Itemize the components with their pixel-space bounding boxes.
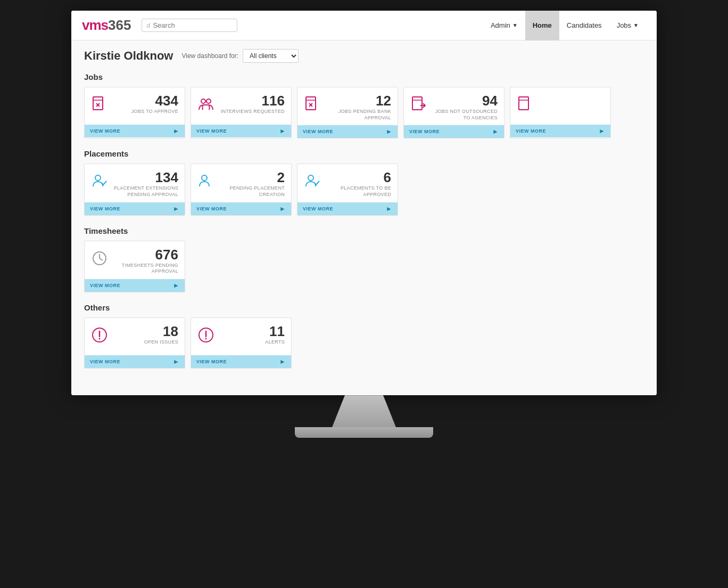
timesheets-pending-label: TIMESHEETS PENDING APPROVAL (113, 263, 178, 275)
card-timesheets-pending: 676 TIMESHEETS PENDING APPROVAL VIEW MOR… (84, 241, 185, 292)
timesheets-pending-number: 676 (113, 248, 178, 262)
doc-x-icon (91, 96, 108, 115)
person-check-icon-2 (304, 173, 321, 192)
open-issues-view-more[interactable]: VIEW MORE ► (85, 355, 185, 368)
svg-point-26 (205, 338, 207, 340)
user-name: Kirstie Oldknow (84, 49, 173, 63)
doc-blank-icon (517, 96, 534, 115)
arrow-right-icon: ► (279, 358, 286, 365)
stand-neck (332, 395, 396, 427)
nav-item-home[interactable]: Home (525, 11, 559, 40)
svg-line-20 (100, 258, 103, 260)
arrow-right-icon: ► (173, 205, 179, 213)
card-open-issues: 18 OPEN ISSUES VIEW MORE ► (84, 317, 185, 369)
svg-point-23 (99, 338, 101, 340)
placement-extensions-view-more[interactable]: VIEW MORE ► (85, 202, 185, 215)
interviews-requested-view-more[interactable]: VIEW MORE ► (191, 125, 291, 137)
svg-point-4 (201, 99, 205, 103)
placements-section: Placements 134 (84, 149, 644, 215)
arrow-right-icon: ► (386, 128, 392, 135)
svg-rect-0 (93, 97, 103, 110)
card-pending-placement-creation: 2 PENDING PLACEMENT CREATION VIEW MORE ► (191, 164, 292, 215)
svg-point-5 (206, 99, 211, 103)
search-icon: ☌ (146, 22, 151, 29)
person-check-icon (91, 173, 108, 192)
card-jobs-to-approve: 434 JOBS TO APPROVE VIEW MORE ► (84, 87, 185, 138)
svg-point-16 (202, 175, 207, 181)
doc-arrow-icon (410, 96, 427, 115)
placements-to-approve-label: PLACEMENTS TO BE APPROVED (326, 185, 391, 198)
client-select[interactable]: All clients Client A Client B (243, 49, 299, 63)
arrow-right-icon: ► (279, 127, 286, 135)
arrow-right-icon: ► (173, 127, 179, 135)
logo[interactable]: vms365 (82, 17, 131, 34)
interviews-requested-label: INTERVIEWS REQUESTED (220, 109, 285, 115)
view-dashboard-label: View dashboard for: (181, 52, 238, 60)
arrow-right-icon: ► (386, 205, 392, 213)
nav-item-admin[interactable]: Admin ▼ (483, 11, 525, 40)
placements-to-approve-number: 6 (326, 170, 391, 184)
timesheets-cards-row: 676 TIMESHEETS PENDING APPROVAL VIEW MOR… (84, 241, 644, 292)
arrow-right-icon: ► (599, 127, 605, 135)
stand-base (295, 427, 433, 438)
others-section-title: Others (84, 303, 644, 312)
timesheets-section: Timesheets 676 (84, 226, 644, 292)
placements-cards-row: 134 PLACEMENT EXTENSIONS PENDING APPROVA… (84, 164, 644, 215)
exclamation-icon (91, 326, 108, 346)
timesheets-pending-view-more[interactable]: VIEW MORE ► (85, 279, 185, 292)
alerts-view-more[interactable]: VIEW MORE ► (191, 355, 291, 368)
jobs-pending-bank-number: 12 (326, 94, 391, 108)
dashboard-header: Kirstie Oldknow View dashboard for: All … (84, 49, 644, 63)
card-placement-extensions: 134 PLACEMENT EXTENSIONS PENDING APPROVA… (84, 164, 185, 215)
person-plain-icon (197, 173, 214, 192)
interviews-requested-number: 116 (220, 94, 285, 108)
search-box[interactable]: ☌ (142, 19, 237, 32)
jobs-not-outsourced-view-more[interactable]: VIEW MORE ► (404, 125, 504, 138)
card-jobs-extra: VIEW MORE ► (510, 87, 611, 138)
jobs-section-title: Jobs (84, 72, 644, 81)
arrow-right-icon: ► (173, 358, 179, 365)
search-input[interactable] (153, 21, 233, 29)
alerts-label: ALERTS (220, 339, 285, 346)
logo-vms: vms (82, 17, 108, 34)
svg-point-17 (308, 175, 313, 181)
pending-placement-label: PENDING PLACEMENT CREATION (220, 185, 285, 198)
arrow-right-icon: ► (279, 205, 286, 213)
jobs-to-approve-view-more[interactable]: VIEW MORE ► (85, 125, 185, 137)
others-cards-row: 18 OPEN ISSUES VIEW MORE ► (84, 317, 644, 369)
open-issues-number: 18 (113, 324, 178, 338)
nav-item-jobs[interactable]: Jobs ▼ (609, 11, 646, 40)
placements-to-approve-view-more[interactable]: VIEW MORE ► (297, 202, 398, 215)
nav-item-candidates[interactable]: Candidates (559, 11, 609, 40)
svg-rect-10 (412, 97, 422, 110)
pending-placement-number: 2 (220, 170, 285, 184)
timesheets-section-title: Timesheets (84, 226, 644, 235)
jobs-pending-bank-view-more[interactable]: VIEW MORE ► (297, 125, 398, 138)
placements-section-title: Placements (84, 149, 644, 158)
arrow-right-icon: ► (492, 128, 499, 135)
card-jobs-pending-bank: 12 JOBS PENDING BANK APPROVAL VIEW MORE … (297, 87, 398, 138)
jobs-extra-view-more[interactable]: VIEW MORE ► (510, 125, 610, 137)
placement-extensions-label: PLACEMENT EXTENSIONS PENDING APPROVAL (113, 185, 178, 198)
jobs-to-approve-label: JOBS TO APPROVE (113, 109, 178, 115)
doc-x-icon-2 (304, 96, 321, 115)
card-placements-to-approve: 6 PLACEMENTS TO BE APPROVED VIEW MORE ► (297, 164, 398, 215)
nav-items: Admin ▼ Home Candidates Jobs ▼ (483, 11, 646, 40)
arrow-right-icon: ► (173, 282, 179, 289)
content: Kirstie Oldknow View dashboard for: All … (71, 40, 657, 395)
svg-rect-6 (306, 97, 316, 110)
svg-point-15 (95, 175, 101, 181)
logo-365: 365 (108, 17, 131, 34)
alerts-number: 11 (220, 324, 285, 338)
pending-placement-view-more[interactable]: VIEW MORE ► (191, 202, 291, 215)
exclamation-circle-icon (197, 326, 214, 346)
svg-rect-13 (519, 97, 528, 110)
placement-extensions-number: 134 (113, 170, 178, 184)
open-issues-label: OPEN ISSUES (113, 339, 178, 346)
jobs-pending-bank-label: JOBS PENDING BANK APPROVAL (326, 109, 391, 121)
jobs-section: Jobs (84, 72, 644, 138)
chevron-down-icon: ▼ (512, 22, 518, 28)
chevron-down-icon: ▼ (633, 22, 639, 28)
card-alerts: 11 ALERTS VIEW MORE ► (191, 317, 292, 369)
card-jobs-not-outsourced: 94 JOBS NOT OUTSOURCED TO AGENCIES VIEW … (403, 87, 504, 138)
